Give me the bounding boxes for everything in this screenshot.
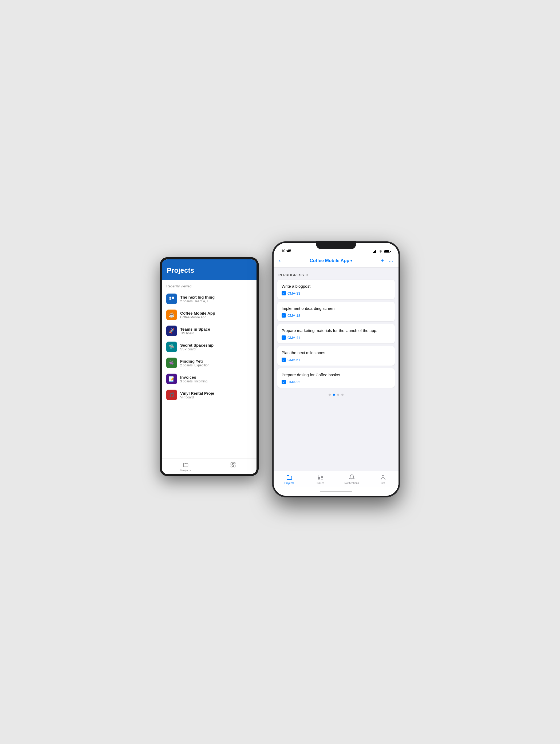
svg-rect-15 [321,475,323,476]
android-page-title: Projects [167,264,252,276]
project-sub-secret-spaceship: SSP board [180,347,214,351]
project-item-teams-in-space[interactable]: 🚀 Teams in Space TIS board [162,323,257,339]
svg-rect-4 [231,463,232,465]
issue-card-CMA-22[interactable]: Prepare desing for Coffee basket ✓ CMA-2… [277,368,395,388]
issue-id-row-CMA-33: ✓ CMA-33 [282,291,390,295]
svg-rect-6 [233,465,235,467]
home-bar [320,491,352,492]
iphone-screen: 10:45 [273,243,399,496]
issue-title-CMA-61: Plan the next milestones [282,350,390,356]
svg-rect-1 [170,298,171,299]
project-icon-teams-in-space: 🚀 [166,326,177,336]
tab-person-icon [380,474,386,481]
folder-icon [183,462,189,468]
battery-icon [384,250,391,253]
svg-rect-8 [373,252,374,253]
issue-card-CMA-18[interactable]: Implement onboarding screen ✓ CMA-18 [277,302,395,321]
tab-folder-icon [286,474,293,481]
svg-rect-13 [390,251,391,252]
project-item-finding-yeti[interactable]: 👾 Finding Yeti 2 boards: Expedition [162,355,257,371]
tab-notifications-label: Notifications [344,482,359,485]
issue-checkbox-CMA-61: ✓ [282,358,286,362]
project-item-secret-spaceship[interactable]: 🛸 Secret Spaceship SSP board [162,339,257,355]
svg-rect-3 [172,297,174,299]
add-button[interactable]: + [381,258,384,264]
issue-checkbox-CMA-33: ✓ [282,291,286,295]
issue-card-CMA-41[interactable]: Prepare marketing materials for the laun… [277,324,395,343]
tab-bell-icon [348,474,355,481]
more-button[interactable]: ··· [389,258,393,264]
project-icon-secret-spaceship: 🛸 [166,342,177,352]
issue-checkbox-CMA-18: ✓ [282,313,286,318]
project-icon-finding-yeti: 👾 [166,358,177,368]
status-icons [373,250,391,253]
project-info-finding-yeti: Finding Yeti 2 boards: Expedition [180,359,209,367]
android-tab-projects[interactable]: Projects [162,461,209,473]
pagination-dot-1 [329,394,331,396]
project-info-invoices: Invoices 3 boards: Incoming, [180,375,208,383]
svg-rect-17 [318,479,320,480]
svg-rect-7 [231,466,232,467]
issue-card-CMA-33[interactable]: Write a blogpost ✓ CMA-33 [277,280,395,299]
issue-checkbox-CMA-22: ✓ [282,380,286,384]
android-header: Projects [162,259,257,280]
issue-id-CMA-33: CMA-33 [288,291,300,295]
svg-point-18 [382,475,384,477]
tab-issues[interactable]: Issues [305,473,336,487]
board-icon [230,462,236,468]
project-icon-coffee-mobile: ☕ [166,309,177,320]
iphone-nav-bar: ‹ Coffee Mobile App ▾ + ··· [273,255,399,268]
issue-card-CMA-61[interactable]: Plan the next milestones ✓ CMA-61 [277,346,395,366]
tab-projects[interactable]: Projects [273,473,305,487]
project-item-invoices[interactable]: 📝 Invoices 3 boards: Incoming, [162,371,257,387]
project-sub-coffee-mobile: Coffee Mobile App [180,315,215,319]
project-sub-next-big-thing: 2 boards: Team A, T [180,299,215,303]
iphone-content: IN PROGRESS 3 Write a blogpost ✓ CMA-33 … [273,268,399,471]
project-name-secret-spaceship: Secret Spaceship [180,343,214,347]
issue-title-CMA-33: Write a blogpost [282,284,390,289]
android-tab-boards[interactable] [209,461,257,473]
svg-rect-0 [170,297,171,298]
project-sub-finding-yeti: 2 boards: Expedition [180,364,209,367]
issue-id-CMA-61: CMA-61 [288,358,300,362]
svg-rect-16 [321,477,323,480]
svg-rect-14 [318,475,320,477]
iphone-notch [316,241,356,249]
svg-rect-2 [170,299,171,300]
issue-id-CMA-18: CMA-18 [288,313,300,318]
tab-jira[interactable]: Jira [367,473,399,487]
pagination-dots [277,390,395,398]
project-icon-next-big-thing [166,294,177,304]
tab-notifications[interactable]: Notifications [336,473,367,487]
issue-id-row-CMA-22: ✓ CMA-22 [282,380,390,384]
android-content: Recently viewed The next big thing 2 boa… [162,280,257,458]
issue-id-CMA-22: CMA-22 [288,380,300,384]
project-sub-vinyl-rental: VR board [180,396,214,399]
issue-title-CMA-41: Prepare marketing materials for the laun… [282,328,390,333]
project-info-secret-spaceship: Secret Spaceship SSP board [180,343,214,351]
project-info-vinyl-rental: Vinyl Rental Proje VR board [180,391,214,399]
android-phone: Projects Recently viewed The next big th… [160,257,259,476]
issue-id-CMA-41: CMA-41 [288,336,300,340]
iphone: 10:45 [272,241,400,497]
recently-viewed-label: Recently viewed [162,283,257,291]
android-bottom-nav: Projects [162,458,257,474]
project-item-next-big-thing[interactable]: The next big thing 2 boards: Team A, T [162,291,257,307]
project-name-next-big-thing: The next big thing [180,295,215,299]
svg-rect-12 [384,250,389,253]
project-sub-invoices: 3 boards: Incoming, [180,379,208,383]
back-button[interactable]: ‹ [279,257,281,264]
iphone-tab-bar: Projects Issues Notifications Jira [273,471,399,487]
project-item-vinyl-rental[interactable]: 🎵 Vinyl Rental Proje VR board [162,387,257,403]
status-time: 10:45 [281,249,291,253]
dropdown-chevron-icon: ▾ [350,259,352,263]
section-label: IN PROGRESS [278,273,304,277]
pagination-dot-3 [337,394,339,396]
svg-rect-10 [375,250,376,253]
project-name-vinyl-rental: Vinyl Rental Proje [180,391,214,396]
pagination-dot-4 [341,394,343,396]
iphone-home-indicator [273,487,399,496]
issue-id-row-CMA-41: ✓ CMA-41 [282,335,390,340]
project-item-coffee-mobile[interactable]: ☕ Coffee Mobile App Coffee Mobile App [162,307,257,323]
signal-icon [373,250,377,253]
